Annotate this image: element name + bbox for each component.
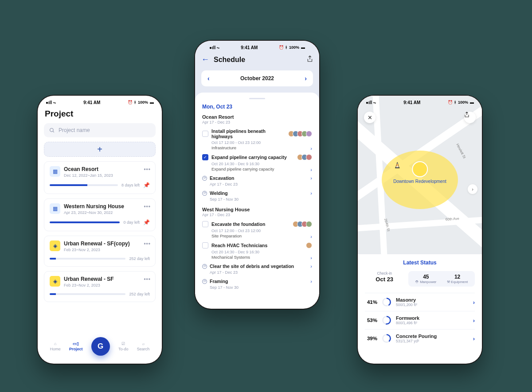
task-name: Reach HVAC Technicians <box>211 243 305 248</box>
search-input[interactable]: Project name <box>44 123 156 137</box>
group-dates: Apr 17 - Dec 23 <box>202 120 312 124</box>
task-row[interactable]: ✓Expand pipeline carrying capacity <box>202 153 312 162</box>
checkbox[interactable]: ✓ <box>202 154 208 160</box>
phone-projects: ●ıll ⏦ 9:41 AM ⏰ ᚼ 100% ▬ Project Projec… <box>38 96 162 364</box>
month-label: October 2022 <box>240 75 274 82</box>
tab-search[interactable]: ⌕Search <box>137 342 150 351</box>
avatar-stack <box>290 131 312 137</box>
project-dates: Dec 12, 2022~Jan 15, 2023 <box>64 173 150 178</box>
latest-status-title: Latest Status <box>365 260 475 266</box>
task-name: Install pipelines beneath highways <box>211 128 287 139</box>
clock-icon: ⟳ <box>202 191 207 196</box>
progress-sub: 531/1,347 yd³ <box>396 339 469 343</box>
tab-project[interactable]: ▭▯Project <box>69 342 83 351</box>
tab-todo[interactable]: ☑To-do <box>118 342 129 351</box>
task-row[interactable]: Reach HVAC Technicians <box>202 241 312 250</box>
progress-row[interactable]: 41%Masonry500/1,200 ft²› <box>365 293 475 311</box>
project-card[interactable]: ▦Ocean ResortDec 12, 2022~Jan 15, 2023••… <box>44 161 156 194</box>
drag-handle[interactable] <box>249 98 265 99</box>
more-button[interactable]: ••• <box>144 203 151 210</box>
progress-ring <box>382 334 391 343</box>
subtask-row[interactable]: ⟳Framing› <box>202 277 312 285</box>
chevron-left-icon[interactable]: ‹ <box>207 75 210 82</box>
search-icon <box>49 128 55 133</box>
days-left: 252 day left <box>129 292 150 296</box>
svg-point-0 <box>50 128 54 132</box>
chevron-right-icon[interactable]: › <box>310 175 312 181</box>
month-picker[interactable]: ‹ October 2022 › <box>201 70 313 86</box>
avatar-stack <box>294 221 312 227</box>
phone-schedule: ●ıll ⏦ 9:41 AM ⏰ ᚼ 100% ▬ ← Schedule ‹ O… <box>195 41 319 309</box>
project-name: Urban Renewal - SF <box>64 276 150 282</box>
project-card[interactable]: ◈Urban Renewal - SF(copy)Feb 23~Nov 2, 2… <box>44 236 156 267</box>
svg-rect-7 <box>395 167 400 168</box>
stats-group: 45 ⛑Manpower 12 ⚒Equipment <box>408 271 475 287</box>
status-time: 9:41 AM <box>83 100 100 105</box>
progress-ring <box>382 297 391 307</box>
schedule-group: West Nursing HouseApr 17 - Dec 23Excavat… <box>202 207 312 290</box>
subtask-name: Welding <box>210 190 308 196</box>
checkin-date: Oct 23 <box>365 276 404 283</box>
chevron-right-icon[interactable]: › <box>310 234 312 239</box>
chevron-right-icon[interactable]: › <box>473 317 475 324</box>
progress-sub: 800/1,496 ft² <box>396 321 469 325</box>
avatar-stack <box>299 154 312 160</box>
more-button[interactable]: ••• <box>144 241 151 247</box>
day-label: Mon, Oct 23 <box>202 104 312 110</box>
plus-icon: + <box>97 144 102 155</box>
chevron-right-icon[interactable]: › <box>310 146 312 151</box>
project-dates: Feb 23~Nov 2, 2023 <box>64 248 150 252</box>
project-name: Western Nursing House <box>64 203 150 210</box>
project-icon: ▭▯ <box>73 342 79 346</box>
pin-icon: 📌 <box>143 219 150 225</box>
subtask-row[interactable]: ⟳Welding› <box>202 189 312 197</box>
chevron-right-icon[interactable]: › <box>305 75 307 82</box>
progress-bar <box>50 184 118 186</box>
checkbox[interactable] <box>202 131 208 137</box>
search-tab-icon: ⌕ <box>142 342 145 346</box>
chevron-right-icon[interactable]: › <box>473 299 475 306</box>
task-row[interactable]: Excavate the foundation <box>202 220 312 229</box>
subtask-row[interactable]: ⟳Excavation› <box>202 174 312 182</box>
project-card[interactable]: ◈Urban Renewal - SFFeb 23~Nov 2, 2023•••… <box>44 271 156 302</box>
svg-line-1 <box>53 131 54 132</box>
back-button[interactable]: ← <box>201 55 209 64</box>
stats-row: Check-in Oct 23 45 ⛑Manpower 12 ⚒Equipme… <box>365 271 475 287</box>
progress-name: Masonry <box>396 297 469 303</box>
more-button[interactable]: ••• <box>144 276 151 282</box>
tabbar: ⌂Home ▭▯Project G ☑To-do ⌕Search <box>44 333 156 364</box>
map-next-button[interactable]: › <box>468 184 477 194</box>
task-category: Site Preparation <box>202 233 312 238</box>
add-project-button[interactable]: + <box>44 142 156 157</box>
progress-name: Formwork <box>396 315 469 321</box>
progress-row[interactable]: 39%Concrete Pouring531/1,347 yd³› <box>365 329 475 347</box>
signal-icon: ●ıll ⏦ <box>366 100 376 105</box>
share-button[interactable] <box>464 112 476 123</box>
chevron-right-icon[interactable]: › <box>310 279 312 284</box>
map-view[interactable]: Hewlett St 60th Ave 264th St ●ıll ⏦ 9:41… <box>358 96 482 254</box>
map-marker[interactable]: Downtown Redevelopment <box>393 161 446 184</box>
project-name: Urban Renewal - SF(copy) <box>64 241 150 247</box>
checkbox[interactable] <box>202 242 208 248</box>
statusbar: ●ıll ⏦ 9:41 AM ⏰ ᚼ 100% ▬ <box>201 41 313 51</box>
tab-home[interactable]: ⌂Home <box>50 342 61 351</box>
chevron-right-icon[interactable]: › <box>310 264 312 269</box>
chevron-right-icon[interactable]: › <box>310 190 312 196</box>
more-button[interactable]: ••• <box>144 166 151 172</box>
chevron-right-icon[interactable]: › <box>310 255 312 260</box>
status-time: 9:41 AM <box>241 45 258 50</box>
close-button[interactable]: ✕ <box>364 112 376 123</box>
project-card[interactable]: ▦Western Nursing HouseApr 23, 2022~Nov 3… <box>44 198 156 231</box>
statusbar: ●ıll ⏦ 9:41 AM ⏰ ᚼ 100% ▬ <box>38 96 162 106</box>
subtask-dates: Apr 17 - Dec 23 <box>202 270 312 275</box>
task-row[interactable]: Install pipelines beneath highways <box>202 127 312 140</box>
chevron-right-icon[interactable]: › <box>310 167 312 172</box>
progress-row[interactable]: 53%Formwork800/1,496 ft²› <box>365 311 475 329</box>
chevron-right-icon[interactable]: › <box>473 335 475 342</box>
task-meta: Oct 17 12:00 - Oct 23 12:00 <box>202 229 312 233</box>
subtask-row[interactable]: ⟳Clear the site of debris and vegetation… <box>202 262 312 270</box>
share-button[interactable] <box>307 55 313 64</box>
days-left: 0 day left <box>123 220 140 225</box>
checkbox[interactable] <box>202 221 208 227</box>
fab-button[interactable]: G <box>91 337 110 356</box>
